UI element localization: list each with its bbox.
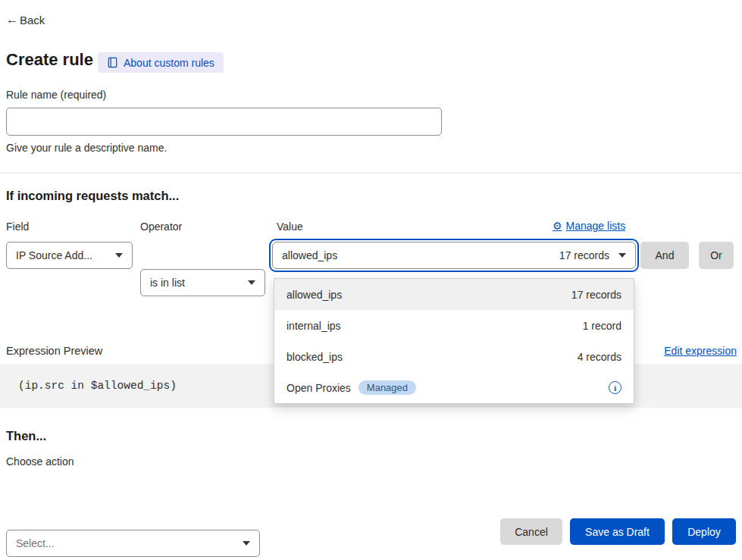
info-icon[interactable]: i bbox=[609, 381, 621, 394]
list-item-blocked-ips[interactable]: blocked_ips 4 records bbox=[274, 341, 634, 372]
book-icon bbox=[107, 57, 118, 68]
field-column-label: Field bbox=[6, 221, 29, 233]
cancel-button[interactable]: Cancel bbox=[500, 518, 562, 545]
expression-preview-label: Expression Preview bbox=[6, 345, 102, 357]
rule-name-help-text: Give your rule a descriptive name. bbox=[6, 142, 167, 154]
action-select-placeholder: Select... bbox=[16, 537, 55, 549]
then-section-heading: Then... bbox=[6, 429, 46, 443]
field-select-value: IP Source Add... bbox=[16, 249, 92, 261]
list-item-allowed-ips[interactable]: allowed_ips 17 records bbox=[274, 279, 634, 310]
operator-column-label: Operator bbox=[140, 221, 182, 233]
field-select[interactable]: IP Source Add... bbox=[6, 242, 133, 269]
value-select-focus-ring: allowed_ips 17 records bbox=[269, 239, 639, 272]
chevron-down-icon bbox=[618, 253, 626, 258]
list-item-record-count: 1 record bbox=[583, 320, 621, 332]
list-item-name: blocked_ips bbox=[286, 351, 343, 363]
list-item-record-count: 17 records bbox=[571, 289, 621, 301]
value-select-record-count: 17 records bbox=[559, 249, 609, 261]
match-section-heading: If incoming requests match... bbox=[6, 189, 179, 203]
deploy-button[interactable]: Deploy bbox=[672, 518, 736, 545]
back-label: Back bbox=[20, 14, 45, 27]
about-custom-rules-link[interactable]: About custom rules bbox=[98, 52, 224, 73]
list-item-record-count: 4 records bbox=[578, 351, 621, 363]
list-item-open-proxies[interactable]: Open Proxies Managed i bbox=[274, 372, 634, 403]
operator-select-value: is in list bbox=[150, 277, 185, 289]
edit-expression-link[interactable]: Edit expression bbox=[664, 345, 737, 357]
and-button[interactable]: And bbox=[640, 242, 689, 269]
list-item-name: internal_ips bbox=[286, 320, 341, 332]
section-divider bbox=[0, 173, 742, 174]
manage-lists-label: Manage lists bbox=[566, 220, 626, 232]
chevron-down-icon bbox=[248, 280, 255, 285]
action-select[interactable]: Select... bbox=[6, 530, 260, 557]
gear-icon: ⚙ bbox=[553, 220, 562, 232]
or-button[interactable]: Or bbox=[699, 242, 734, 269]
list-item-internal-ips[interactable]: internal_ips 1 record bbox=[274, 310, 634, 341]
manage-lists-link[interactable]: ⚙ Manage lists bbox=[553, 220, 625, 232]
back-arrow-icon: ← bbox=[6, 13, 18, 27]
save-as-draft-button[interactable]: Save as Draft bbox=[570, 518, 665, 545]
value-select-value: allowed_ips bbox=[282, 249, 337, 261]
choose-action-label: Choose action bbox=[6, 455, 74, 468]
rule-name-input[interactable] bbox=[6, 108, 442, 136]
value-select[interactable]: allowed_ips 17 records bbox=[272, 242, 636, 269]
page-title: Create rule bbox=[6, 50, 93, 70]
list-item-name: allowed_ips bbox=[286, 289, 342, 301]
managed-badge: Managed bbox=[358, 380, 416, 395]
expression-code: (ip.src in $allowed_ips) bbox=[18, 380, 177, 392]
rule-name-label: Rule name (required) bbox=[6, 89, 106, 101]
chevron-down-icon bbox=[243, 541, 250, 546]
operator-select[interactable]: is in list bbox=[140, 269, 265, 296]
value-column-label: Value bbox=[277, 221, 303, 233]
about-badge-label: About custom rules bbox=[124, 57, 214, 69]
back-link[interactable]: ←Back bbox=[6, 13, 45, 27]
list-item-name: Open Proxies bbox=[286, 382, 351, 394]
chevron-down-icon bbox=[115, 253, 123, 258]
value-dropdown-menu: allowed_ips 17 records internal_ips 1 re… bbox=[274, 278, 634, 404]
